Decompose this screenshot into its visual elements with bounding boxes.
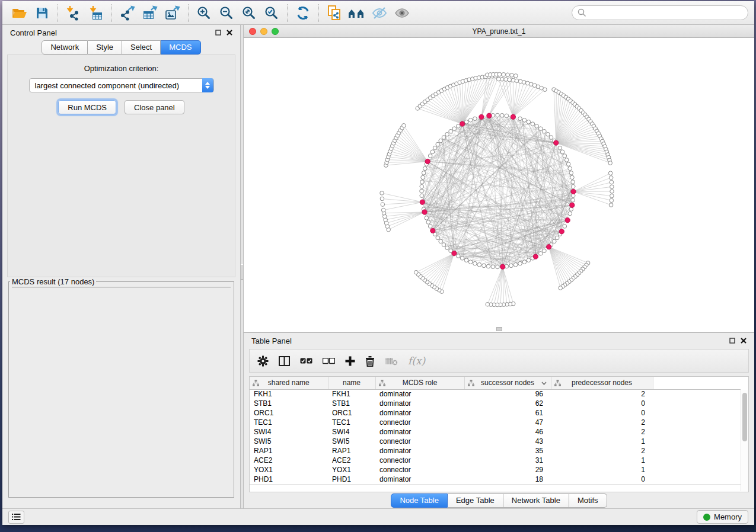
zoom-selected-button[interactable] — [260, 4, 283, 23]
horizontal-splitter-handle[interactable] — [496, 327, 502, 331]
float-table-panel-button[interactable] — [729, 338, 735, 344]
table-panel-title: Table Panel — [251, 336, 292, 345]
save-icon — [35, 6, 49, 20]
network-view-window: YPA_prune.txt_1 — [244, 25, 754, 333]
refresh-layout-button[interactable] — [292, 4, 314, 23]
status-bar: Memory — [2, 508, 754, 525]
zoom-in-button[interactable] — [193, 4, 215, 23]
network-canvas[interactable] — [244, 38, 754, 333]
mcds-result-title: MCDS result (17 nodes) — [10, 277, 96, 286]
column-header-predecessor-nodes[interactable]: predecessor nodes — [551, 377, 653, 389]
splitter-handle[interactable] — [241, 264, 243, 280]
import-network-button[interactable] — [62, 4, 85, 23]
gear-icon — [257, 355, 269, 367]
zoom-fit-icon — [241, 5, 257, 21]
table-row[interactable]: YOX1YOX1connector291 — [250, 465, 741, 475]
network-title: YPA_prune.txt_1 — [244, 27, 754, 36]
table-row[interactable]: RAP1RAP1dominator352 — [250, 446, 741, 456]
table-settings-button[interactable] — [257, 355, 269, 367]
column-header-filler — [653, 377, 741, 389]
table-row[interactable]: SWI4SWI4dominator462 — [250, 427, 741, 437]
table-row[interactable]: STB1STB1dominator620 — [250, 399, 741, 408]
manage-columns-button[interactable] — [279, 356, 290, 366]
table-row[interactable]: PHD1PHD1dominator180 — [250, 475, 741, 484]
create-column-button[interactable] — [345, 356, 355, 366]
control-panel: Control Panel NetworkStyleSelectMCDS Opt… — [2, 25, 240, 508]
eye-icon — [394, 6, 410, 20]
table-row[interactable]: ACE2ACE2connector311 — [250, 456, 741, 465]
control-panel-title: Control Panel — [10, 28, 57, 37]
column-namespace-icon — [554, 380, 561, 386]
select-all-columns-button[interactable] — [300, 358, 312, 364]
zoom-fit-button[interactable] — [238, 4, 260, 23]
export-table-button[interactable] — [139, 4, 161, 23]
column-namespace-icon — [468, 380, 474, 386]
tab-edge-table[interactable]: Edge Table — [448, 493, 503, 508]
close-table-panel-button[interactable] — [741, 338, 747, 344]
tab-mcds[interactable]: MCDS — [161, 40, 200, 55]
columns-icon — [279, 356, 290, 366]
tab-motifs[interactable]: Motifs — [569, 493, 607, 508]
network-graph — [244, 38, 754, 332]
close-panel-button[interactable] — [227, 30, 232, 36]
import-table-button[interactable] — [85, 4, 107, 23]
float-panel-button[interactable] — [215, 30, 221, 36]
main-toolbar — [2, 1, 754, 25]
search-input[interactable] — [590, 8, 742, 17]
delete-table-icon — [385, 357, 398, 366]
export-image-button[interactable] — [161, 4, 184, 23]
column-namespace-icon — [379, 380, 385, 386]
optimization-criterion-select[interactable]: largest connected component (undirected) — [29, 78, 214, 92]
toolbar-separator — [188, 4, 189, 22]
hide-selected-button[interactable] — [368, 4, 391, 23]
zoom-in-icon — [196, 5, 212, 21]
import-table-icon — [88, 5, 104, 21]
tab-select[interactable]: Select — [122, 40, 161, 55]
table-scrollbar[interactable] — [741, 390, 748, 491]
fx-icon: f(x) — [408, 355, 425, 367]
column-header-shared-name[interactable]: shared name — [250, 377, 328, 389]
tab-network[interactable]: Network — [42, 40, 88, 55]
export-network-button[interactable] — [116, 4, 139, 23]
panel-menu-button[interactable] — [8, 511, 24, 524]
column-header-name[interactable]: name — [328, 377, 375, 389]
toolbar-separator — [318, 4, 319, 22]
table-scrollbar-thumb[interactable] — [742, 393, 747, 441]
function-builder-button: f(x) — [408, 355, 425, 367]
column-namespace-icon — [253, 380, 259, 386]
tab-network-table[interactable]: Network Table — [503, 493, 569, 508]
deselect-all-columns-button[interactable] — [323, 358, 335, 364]
column-header-MCDS-role[interactable]: MCDS role — [375, 377, 464, 389]
first-neighbors-icon — [348, 6, 366, 20]
app-window: Control Panel NetworkStyleSelectMCDS Opt… — [2, 1, 754, 525]
column-header-successor-nodes[interactable]: successor nodes — [464, 377, 551, 389]
new-network-from-selection-button[interactable] — [323, 4, 346, 23]
refresh-icon — [295, 5, 311, 21]
trash-icon — [365, 355, 375, 367]
network-titlebar: YPA_prune.txt_1 — [244, 25, 754, 38]
show-all-button[interactable] — [391, 4, 413, 23]
eye-slash-icon — [371, 6, 388, 20]
unchecked-boxes-icon — [323, 358, 335, 364]
table-toolbar: f(x) — [249, 349, 749, 373]
tab-style[interactable]: Style — [88, 40, 122, 55]
delete-columns-button[interactable] — [365, 355, 375, 367]
toolbar-separator — [58, 4, 58, 22]
table-row[interactable]: ORC1ORC1dominator610 — [250, 408, 741, 418]
table-row[interactable]: TEC1TEC1connector472 — [250, 418, 741, 427]
table-row[interactable]: FKH1FKH1dominator962 — [250, 389, 741, 399]
close-panel-button-mcds[interactable]: Close panel — [125, 100, 184, 114]
memory-button[interactable]: Memory — [697, 510, 748, 524]
table-row[interactable]: SWI5SWI5connector431 — [250, 437, 741, 446]
first-neighbors-button[interactable] — [346, 4, 368, 23]
node-table[interactable]: shared namenameMCDS rolesuccessor nodesp… — [249, 376, 749, 492]
zoom-out-button[interactable] — [215, 4, 238, 23]
open-file-button[interactable] — [8, 4, 31, 23]
run-mcds-button[interactable]: Run MCDS — [58, 100, 116, 114]
tab-node-table[interactable]: Node Table — [391, 493, 448, 508]
checked-boxes-icon — [300, 358, 312, 364]
open-folder-icon — [12, 6, 27, 20]
save-session-button[interactable] — [31, 4, 53, 23]
delete-table-button — [385, 357, 398, 366]
mcds-result-list: PHD1CAR1STP4TID3YOX1SWI4SRD1PMA2FKH1ACE2… — [12, 287, 224, 288]
